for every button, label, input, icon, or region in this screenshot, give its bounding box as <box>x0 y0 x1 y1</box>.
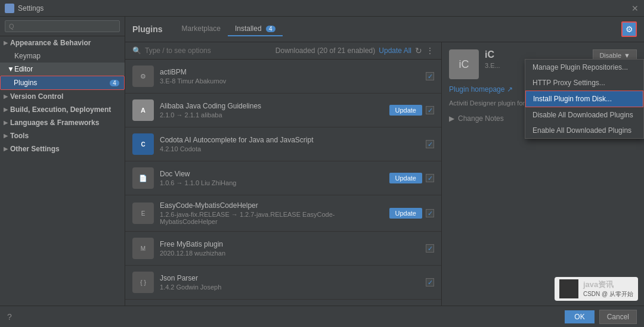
plugin-list: ⚙ actiBPM 3.E-8 Timur Abakumov A <box>125 60 441 306</box>
dropdown-menu: Manage Plugin Repositories... HTTP Proxy… <box>525 59 644 139</box>
plugin-icon-actibpm: ⚙ <box>132 66 154 87</box>
update-all-button[interactable]: Update All <box>379 46 411 55</box>
plugin-item-actibpm[interactable]: ⚙ actiBPM 3.E-8 Timur Abakumov <box>125 60 441 94</box>
dropdown-item-http-proxy[interactable]: HTTP Proxy Settings... <box>525 75 643 91</box>
plugin-info-codota: Codota AI Autocomplete for Java and Java… <box>160 136 420 152</box>
plugin-list-count: Downloaded (20 of 21 enabled) <box>275 46 375 55</box>
plugin-item-lombok[interactable]: L Lombok 0.34-2020.1 Michail Plushnikov <box>125 300 441 306</box>
app-icon <box>5 4 14 13</box>
plugin-actions-actibpm <box>426 72 434 80</box>
more-options-icon[interactable]: ⋮ <box>426 46 434 55</box>
dropdown-arrow-icon: ▼ <box>624 52 630 59</box>
dropdown-item-enable-all[interactable]: Enable All Downloaded Plugins <box>525 123 643 138</box>
arrow-icon-editor: ▼ <box>7 65 14 73</box>
plugin-checkbox-freemybatis[interactable] <box>426 244 434 253</box>
cancel-button[interactable]: Cancel <box>599 310 637 324</box>
plugin-name-jsonparser: Json Parser <box>160 274 420 282</box>
plugin-name-alibaba: Alibaba Java Coding Guidelines <box>160 102 383 110</box>
sidebar-search-container <box>0 17 125 36</box>
plugin-item-jsonparser[interactable]: { } Json Parser 1.4.2 Godwin Joseph <box>125 266 441 300</box>
plugin-version-docview: 1.0.6 → 1.1.0 Liu ZhiHang <box>160 179 383 186</box>
plugin-actions-easycode: Update <box>389 208 434 219</box>
plugin-item-alibaba[interactable]: A Alibaba Java Coding Guidelines 2.1.0 →… <box>125 94 441 127</box>
plugin-item-docview[interactable]: 📄 Doc View 1.0.6 → 1.1.0 Liu ZhiHang Upd… <box>125 161 441 195</box>
plugin-checkbox-actibpm[interactable] <box>426 72 434 80</box>
watermark-qr-code <box>559 279 578 298</box>
plugins-badge: 4 <box>110 80 119 86</box>
plugin-version-actibpm: 3.E-8 Timur Abakumov <box>160 77 420 85</box>
plugin-info-freemybatis: Free MyBatis plugin 2020.12.18 wuzhizhan <box>160 240 420 257</box>
arrow-icon-vc: ▶ <box>4 94 8 99</box>
plugin-version-jsonparser: 1.4.2 Godwin Joseph <box>160 284 420 291</box>
title-bar-text: Settings <box>18 4 44 13</box>
arrow-icon: ▶ <box>4 40 8 46</box>
help-button[interactable]: ? <box>7 312 12 322</box>
plugin-list-toolbar: 🔍 Downloaded (20 of 21 enabled) Update A… <box>125 42 441 60</box>
plugin-info-docview: Doc View 1.0.6 → 1.1.0 Liu ZhiHang <box>160 170 383 186</box>
sidebar-item-appearance[interactable]: ▶ Appearance & Behavior <box>0 36 125 49</box>
plugin-checkbox-alibaba[interactable] <box>426 106 434 114</box>
arrow-icon-other: ▶ <box>4 146 8 152</box>
plugins-title: Plugins <box>132 24 163 34</box>
plugin-icon-jsonparser: { } <box>132 272 154 293</box>
plugin-info-jsonparser: Json Parser 1.4.2 Godwin Joseph <box>160 274 420 291</box>
gear-icon: ⚙ <box>626 24 633 34</box>
plugin-icon-codota: C <box>132 133 154 155</box>
plugin-actions-codota <box>426 140 434 148</box>
search-icon: 🔍 <box>132 46 141 55</box>
plugin-item-codota[interactable]: C Codota AI Autocomplete for Java and Ja… <box>125 127 441 161</box>
sidebar-item-languages[interactable]: ▶ Languages & Frameworks <box>0 116 125 129</box>
chevron-right-icon: ▶ <box>449 114 454 123</box>
update-button-docview[interactable]: Update <box>389 173 422 183</box>
plugin-version-alibaba: 2.1.0 → 2.1.1 alibaba <box>160 111 383 119</box>
ok-button[interactable]: OK <box>565 310 594 323</box>
watermark: java资讯 CSDN @ 从零开始 <box>555 277 638 301</box>
plugin-checkbox-codota[interactable] <box>426 140 434 148</box>
plugin-item-easycode[interactable]: E EasyCode-MybatisCodeHelper 1.2.6-java-… <box>125 195 441 232</box>
dropdown-item-disable-all[interactable]: Disable All Downloaded Plugins <box>525 107 643 123</box>
update-button-alibaba[interactable]: Update <box>389 105 422 116</box>
plugin-checkbox-docview[interactable] <box>426 174 434 182</box>
plugins-header: Plugins Marketplace Installed 4 ⚙ <box>125 17 644 42</box>
right-panel: iC iC 3.E... Disable ▼ Plugin homepage ↗ <box>441 42 644 306</box>
arrow-icon-tools: ▶ <box>4 133 8 139</box>
right-panel-plugin-icon: iC <box>449 49 479 79</box>
plugin-search-input[interactable] <box>145 46 264 55</box>
plugin-actions-docview: Update <box>389 173 434 183</box>
plugin-list-section: 🔍 Downloaded (20 of 21 enabled) Update A… <box>125 42 441 306</box>
update-button-easycode[interactable]: Update <box>389 208 422 219</box>
sidebar-item-version-control[interactable]: ▶ Version Control <box>0 90 125 103</box>
plugin-checkbox-easycode[interactable] <box>426 209 434 217</box>
refresh-icon[interactable]: ↻ <box>415 46 422 55</box>
plugin-actions-alibaba: Update <box>389 105 434 116</box>
sidebar-item-tools[interactable]: ▶ Tools <box>0 129 125 142</box>
settings-gear-button[interactable]: ⚙ <box>621 21 637 37</box>
plugin-info-alibaba: Alibaba Java Coding Guidelines 2.1.0 → 2… <box>160 102 383 119</box>
plugin-actions-jsonparser <box>426 278 434 286</box>
plugin-icon-easycode: E <box>132 203 154 224</box>
plugin-icon-freemybatis: M <box>132 238 154 259</box>
tab-installed[interactable]: Installed 4 <box>228 22 283 36</box>
plugin-checkbox-jsonparser[interactable] <box>426 278 434 286</box>
plugin-name-docview: Doc View <box>160 170 383 178</box>
title-bar: Settings ✕ <box>0 0 644 17</box>
sidebar-item-build-execution[interactable]: ▶ Build, Execution, Deployment <box>0 103 125 116</box>
main-layout: ▶ Appearance & Behavior Keymap ▼ Editor … <box>0 17 644 306</box>
sidebar-item-plugins[interactable]: Plugins 4 <box>0 76 125 90</box>
tab-marketplace[interactable]: Marketplace <box>175 22 228 36</box>
tabs-container: Marketplace Installed 4 <box>175 22 618 36</box>
plugin-icon-alibaba: A <box>132 99 154 121</box>
sidebar-item-keymap[interactable]: Keymap <box>0 49 125 63</box>
bottom-buttons: OK Cancel <box>565 310 637 324</box>
plugin-item-freemybatis[interactable]: M Free MyBatis plugin 2020.12.18 wuzhizh… <box>125 232 441 266</box>
plugin-version-easycode: 1.2.6-java-fix.RELEASE → 1.2.7-java.RELE… <box>160 211 383 225</box>
plugin-name-codota: Codota AI Autocomplete for Java and Java… <box>160 136 420 144</box>
close-button[interactable]: ✕ <box>631 4 639 13</box>
sidebar-item-editor[interactable]: ▼ Editor <box>0 63 125 76</box>
arrow-icon-lang: ▶ <box>4 120 8 126</box>
content-area: Plugins Marketplace Installed 4 ⚙ <box>125 17 644 306</box>
dropdown-item-install-disk[interactable]: Install Plugin from Disk... <box>525 91 643 107</box>
sidebar-search-input[interactable] <box>5 20 120 32</box>
sidebar-item-other-settings[interactable]: ▶ Other Settings <box>0 142 125 155</box>
dropdown-item-manage-repos[interactable]: Manage Plugin Repositories... <box>525 60 643 75</box>
